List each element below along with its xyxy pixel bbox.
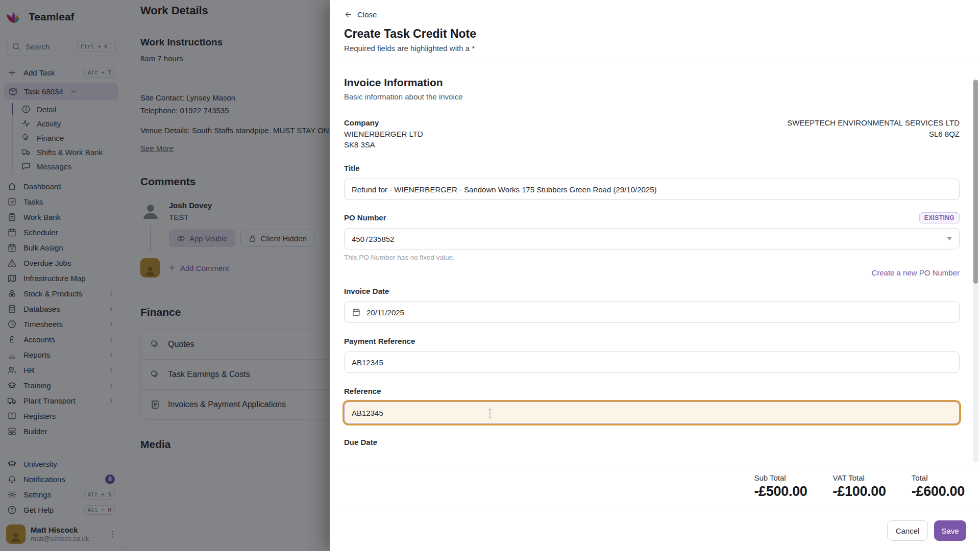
invoice-date-label: Invoice Date	[344, 286, 960, 297]
title-label: Title	[344, 163, 960, 174]
create-po-link[interactable]: Create a new PO Number	[871, 268, 960, 277]
modal-title: Create Task Credit Note	[344, 27, 966, 41]
totals-row: Sub Total -£500.00 VAT Total -£100.00 To…	[330, 465, 980, 509]
po-number-helper: This PO Number has no fixed value.	[344, 254, 960, 261]
section-heading: Invoice Information	[344, 77, 960, 89]
save-button[interactable]: Save	[934, 520, 966, 541]
modal-body: Invoice Information Basic information ab…	[330, 61, 980, 448]
modal-header: Close Create Task Credit Note Required f…	[330, 0, 980, 61]
po-number-value: 4507235852	[352, 235, 947, 243]
existing-badge: EXISTING	[919, 212, 960, 223]
scrollbar-thumb[interactable]	[973, 80, 978, 284]
payment-reference-label: Payment Reference	[344, 336, 960, 347]
payment-reference-value: AB12345	[352, 358, 952, 367]
invoice-date-input[interactable]: 20/11/2025	[344, 302, 960, 323]
payment-reference-input[interactable]: AB12345	[344, 352, 960, 373]
title-input[interactable]: Refund for - WIENERBERGER - Sandown Work…	[344, 179, 960, 200]
cancel-button[interactable]: Cancel	[887, 520, 928, 541]
company-postcode: SK8 3SA	[344, 139, 423, 150]
modal-subtitle: Required fields are highlighted with a *	[344, 44, 966, 53]
total-vat-total: VAT Total -£100.00	[833, 473, 886, 499]
modal-backdrop[interactable]	[0, 0, 330, 551]
text-cursor	[489, 409, 491, 418]
total-value: -£100.00	[833, 484, 886, 499]
total-sub-total: Sub Total -£500.00	[754, 473, 807, 499]
modal-footer: Sub Total -£500.00 VAT Total -£100.00 To…	[330, 465, 980, 551]
reference-value: AB12345	[352, 409, 952, 417]
select-caret-icon	[947, 237, 952, 240]
reference-label: Reference	[344, 386, 960, 397]
close-button[interactable]: Close	[344, 10, 377, 19]
total-label: Total	[912, 473, 965, 482]
calendar-icon	[352, 308, 361, 317]
total-label: VAT Total	[833, 473, 886, 482]
arrow-left-icon	[344, 10, 353, 19]
title-value: Refund for - WIENERBERGER - Sandown Work…	[352, 185, 952, 194]
app-root: Teamleaf Search Ctrl + K Add Task Alt + …	[0, 0, 980, 551]
total-value: -£500.00	[754, 484, 807, 499]
invoice-date-value: 20/11/2025	[366, 308, 952, 317]
due-date-label: Due Date	[344, 437, 960, 448]
company-label: Company	[344, 117, 423, 129]
recipient-block: SWEEPTECH ENVIRONMENTAL SERVICES LTD SL6…	[787, 117, 960, 150]
total-total: Total -£600.00	[912, 473, 965, 499]
create-credit-note-modal: Close Create Task Credit Note Required f…	[330, 0, 980, 551]
section-subheading: Basic information about the invoice	[344, 92, 960, 101]
company-name: WIENERBERGER LTD	[344, 129, 423, 139]
recipient-name: SWEEPTECH ENVIRONMENTAL SERVICES LTD	[787, 117, 960, 129]
po-number-label: PO Number	[344, 212, 386, 223]
recipient-postcode: SL6 8QZ	[787, 129, 960, 139]
scrollbar-track[interactable]	[973, 80, 978, 462]
close-label: Close	[357, 10, 377, 19]
total-value: -£600.00	[912, 484, 965, 499]
reference-input[interactable]: AB12345	[344, 402, 960, 424]
total-label: Sub Total	[754, 473, 807, 482]
company-block: Company WIENERBERGER LTD SK8 3SA	[344, 117, 423, 150]
po-number-select[interactable]: 4507235852	[344, 228, 960, 249]
